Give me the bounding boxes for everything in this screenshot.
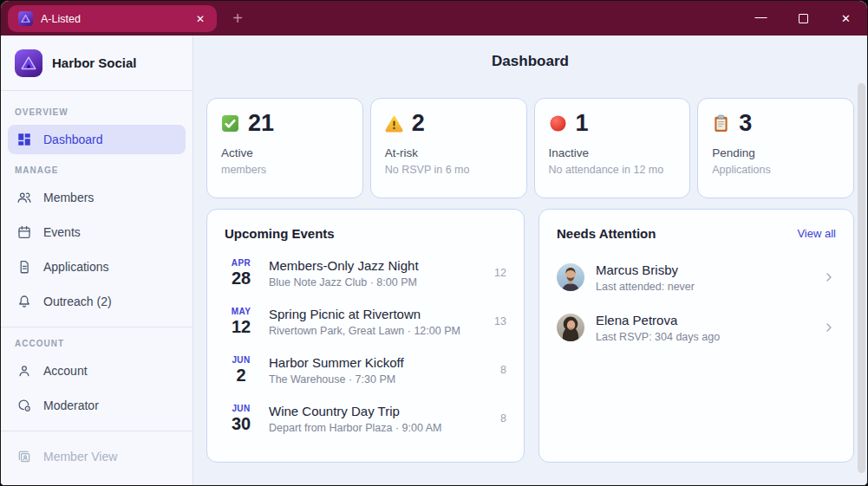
stat-card-at-risk: 2 At-risk No RSVP in 6 mo — [370, 98, 527, 198]
close-button[interactable]: ✕ — [825, 1, 867, 36]
event-rsvp-count: 12 — [494, 267, 506, 279]
avatar — [557, 263, 584, 291]
tab-favicon-icon — [18, 11, 33, 26]
panel-title: Needs Attention — [557, 226, 656, 241]
event-row[interactable]: JUN 2 Harbor Summer Kickoff The Warehous… — [225, 346, 506, 394]
event-title: Harbor Summer Kickoff — [269, 355, 500, 370]
clipboard-icon — [712, 114, 730, 133]
section-label-overview: OVERVIEW — [15, 107, 179, 117]
id-card-icon — [16, 449, 32, 464]
tab-title: A-Listed — [41, 13, 183, 25]
sidebar-item-label: Moderator — [43, 399, 99, 412]
stat-card-pending: 3 Pending Applications — [697, 98, 854, 198]
document-icon — [16, 259, 32, 275]
stat-card-active: 21 Active members — [206, 98, 363, 198]
event-date: APR 28 — [225, 258, 258, 288]
event-rsvp-count: 8 — [500, 412, 506, 424]
window-controls: — ✕ — [740, 1, 867, 36]
person-name: Marcus Brisby — [596, 262, 822, 277]
event-month: JUN — [225, 404, 258, 413]
scrollbar-thumb[interactable] — [858, 83, 865, 473]
tab-close-icon[interactable]: ✕ — [191, 10, 210, 29]
event-day: 2 — [225, 366, 258, 385]
sidebar-item-members[interactable]: Members — [8, 183, 186, 212]
stat-value: 2 — [412, 112, 425, 135]
divider — [1, 327, 193, 327]
divider — [1, 431, 193, 431]
event-row[interactable]: MAY 12 Spring Picnic at Rivertown Rivert… — [225, 297, 506, 346]
stat-label: Inactive — [549, 146, 676, 159]
people-list: Marcus Brisby Last attended: never — [557, 252, 836, 353]
person-name: Elena Petrova — [596, 313, 822, 327]
event-detail: Blue Note Jazz Club · 8:00 PM — [269, 276, 494, 288]
stat-card-inactive: 1 Inactive No attendance in 12 mo — [534, 98, 691, 198]
view-all-link[interactable]: View all — [797, 227, 836, 240]
event-detail: Depart from Harbor Plaza · 9:00 AM — [269, 422, 500, 434]
titlebar: A-Listed ✕ + — ✕ — [1, 1, 867, 36]
event-detail: Rivertown Park, Great Lawn · 12:00 PM — [269, 325, 494, 337]
event-month: JUN — [225, 355, 258, 365]
event-month: MAY — [225, 307, 258, 316]
person-detail: Last attended: never — [596, 281, 822, 293]
brand-header: Harbor Social — [1, 36, 193, 91]
avatar — [557, 314, 584, 341]
stat-value: 3 — [739, 112, 752, 135]
sidebar-item-label: Members — [43, 191, 94, 204]
stat-value: 1 — [576, 112, 589, 135]
event-detail: The Warehouse · 7:30 PM — [269, 373, 500, 386]
stat-label: Active — [221, 146, 349, 159]
close-icon: ✕ — [841, 12, 851, 25]
sidebar-item-account[interactable]: Account — [8, 356, 186, 386]
person-icon — [16, 363, 32, 379]
people-icon — [16, 190, 32, 205]
bell-icon — [16, 294, 32, 309]
maximize-button[interactable] — [782, 1, 825, 36]
minimize-icon: — — [755, 10, 767, 23]
event-day: 30 — [225, 414, 258, 433]
new-tab-button[interactable]: + — [225, 6, 250, 30]
event-title: Spring Picnic at Rivertown — [269, 307, 494, 321]
person-row[interactable]: Marcus Brisby Last attended: never — [557, 252, 836, 302]
sidebar-item-member-view[interactable]: Member View — [8, 442, 186, 471]
section-label-account: ACCOUNT — [15, 339, 179, 348]
dashboard-grid-icon — [16, 132, 32, 147]
calendar-icon — [16, 224, 32, 240]
sidebar-item-outreach[interactable]: Outreach (2) — [8, 287, 186, 316]
upcoming-events-panel: Upcoming Events APR 28 Members-Only Jazz… — [206, 209, 525, 463]
stat-label: Pending — [712, 146, 839, 159]
sidebar-item-dashboard[interactable]: Dashboard — [8, 125, 186, 154]
stat-sub: members — [221, 164, 349, 176]
green-check-icon — [221, 114, 239, 133]
event-month: APR — [225, 258, 258, 268]
sidebar-item-label: Events — [43, 225, 81, 239]
person-row[interactable]: Elena Petrova Last RSVP: 304 days ago — [557, 302, 836, 353]
event-rsvp-count: 8 — [500, 364, 506, 376]
event-rsvp-count: 13 — [494, 315, 506, 327]
needs-attention-panel: Needs Attention View all — [538, 209, 854, 463]
maximize-icon — [799, 14, 808, 23]
brand-name: Harbor Social — [52, 55, 137, 70]
event-date: JUN 30 — [225, 404, 258, 433]
sidebar-item-applications[interactable]: Applications — [8, 252, 186, 282]
stat-sub: Applications — [712, 164, 839, 176]
browser-tab[interactable]: A-Listed ✕ — [8, 5, 217, 32]
chevron-right-icon — [822, 321, 836, 334]
event-row[interactable]: APR 28 Members-Only Jazz Night Blue Note… — [225, 249, 506, 297]
sidebar-nav: OVERVIEW Dashboard MANAGE Members Events… — [1, 91, 193, 471]
harbor-social-logo-icon — [15, 49, 42, 77]
warning-triangle-icon — [385, 114, 403, 133]
minimize-button[interactable]: — — [740, 1, 782, 36]
sidebar-item-moderator[interactable]: Moderator — [8, 391, 186, 420]
events-list: APR 28 Members-Only Jazz Night Blue Note… — [225, 249, 506, 443]
page-title: Dashboard — [206, 53, 854, 70]
event-row[interactable]: JUN 30 Wine Country Day Trip Depart from… — [225, 394, 506, 443]
event-title: Wine Country Day Trip — [269, 404, 500, 418]
event-title: Members-Only Jazz Night — [269, 258, 494, 273]
sidebar-item-events[interactable]: Events — [8, 217, 186, 247]
event-date: JUN 2 — [225, 355, 258, 385]
user-badge-icon — [16, 398, 32, 413]
red-circle-icon — [549, 114, 567, 133]
sidebar-item-label: Dashboard — [43, 133, 103, 146]
panel-title: Upcoming Events — [225, 226, 506, 241]
stat-sub: No attendance in 12 mo — [549, 164, 676, 176]
